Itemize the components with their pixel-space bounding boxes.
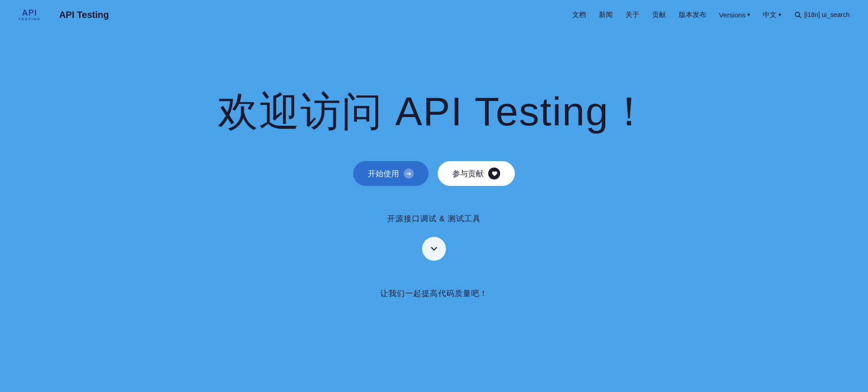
- hero-footer-text: 让我们一起提高代码质量吧！: [380, 288, 488, 299]
- get-started-button[interactable]: 开始使用 ➜: [353, 161, 428, 186]
- search-label[interactable]: [i18n] ui_search: [804, 11, 850, 18]
- heart-icon: [488, 168, 500, 179]
- nav-link-contribute[interactable]: 贡献: [652, 11, 666, 18]
- nav-item-news[interactable]: 新闻: [599, 11, 613, 19]
- nav-link-releases[interactable]: 版本发布: [679, 11, 706, 18]
- logo-link[interactable]: API TESTING: [18, 9, 41, 21]
- logo-testing-text: TESTING: [18, 17, 41, 21]
- nav-dropdown-versions[interactable]: Versions: [719, 11, 750, 19]
- nav-item-releases[interactable]: 版本发布: [679, 11, 706, 19]
- arrow-right-icon: ➜: [404, 168, 414, 179]
- logo-api-text: API: [22, 9, 37, 17]
- search-icon: [794, 11, 801, 18]
- nav-item-contribute[interactable]: 贡献: [652, 11, 666, 19]
- hero-subtitle: 开源接口调试 & 测试工具: [387, 213, 481, 224]
- hero-title: 欢迎访问 API Testing！: [218, 84, 650, 139]
- nav-links: 文档 新闻 关于 贡献 版本发布 Versions 中文: [572, 11, 782, 19]
- svg-line-1: [799, 16, 801, 18]
- nav-link-news[interactable]: 新闻: [599, 11, 613, 18]
- nav-link-docs[interactable]: 文档: [572, 11, 586, 18]
- hero-buttons: 开始使用 ➜ 参与贡献: [353, 161, 515, 186]
- search-area[interactable]: [i18n] ui_search: [794, 11, 850, 18]
- chevron-down-icon: [429, 244, 439, 254]
- site-title: API Testing: [59, 10, 109, 20]
- contribute-label: 参与贡献: [452, 168, 484, 179]
- nav-link-about[interactable]: 关于: [626, 11, 639, 18]
- hero-section: 欢迎访问 API Testing！ 开始使用 ➜ 参与贡献 开源接口调试 & 测…: [0, 29, 868, 299]
- get-started-label: 开始使用: [368, 168, 399, 179]
- navbar: API TESTING API Testing 文档 新闻 关于 贡献 版本发布…: [0, 0, 868, 29]
- nav-item-docs[interactable]: 文档: [572, 11, 586, 19]
- scroll-down-button[interactable]: [422, 237, 446, 261]
- nav-item-versions[interactable]: Versions: [719, 11, 750, 19]
- nav-dropdown-language[interactable]: 中文: [763, 11, 781, 19]
- contribute-button[interactable]: 参与贡献: [438, 161, 515, 186]
- nav-item-about[interactable]: 关于: [626, 11, 639, 19]
- nav-item-language[interactable]: 中文: [763, 11, 781, 19]
